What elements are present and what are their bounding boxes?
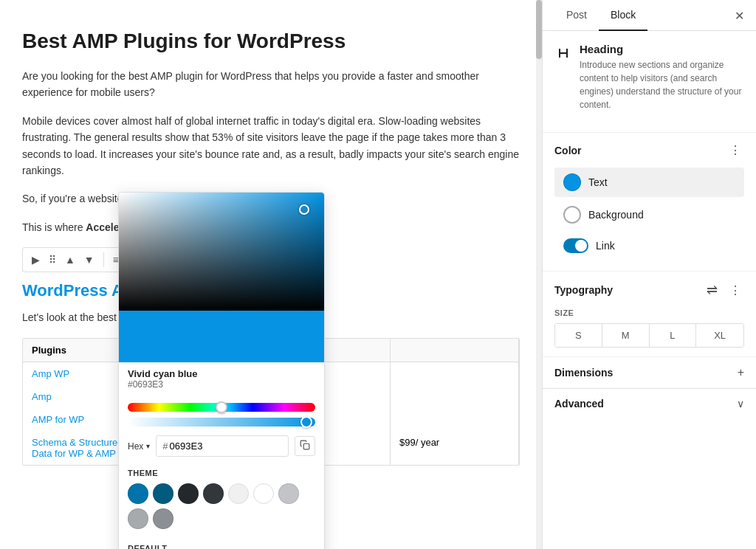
table-link-schema[interactable]: Schema & Structured Data for WP & AMP [32, 437, 123, 459]
opacity-slider[interactable] [128, 418, 315, 427]
text-color-label: Text [588, 176, 608, 188]
opacity-handle[interactable] [300, 416, 312, 428]
table-link-ampwp[interactable]: Amp WP [32, 368, 69, 379]
dimensions-title: Dimensions [554, 367, 613, 379]
paragraph-2: Mobile devices cover almost half of glob… [22, 113, 520, 179]
background-color-circle [563, 206, 581, 224]
default-label: DEFAULT [128, 544, 315, 549]
size-xl-button[interactable]: XL [696, 324, 743, 347]
table-price: $99/ year [391, 431, 519, 465]
block-title: Heading [580, 43, 744, 55]
swatch-info: Vivid cyan blue #0693E3 [119, 362, 324, 396]
swatch-name: Vivid cyan blue [128, 368, 315, 379]
hex-row: Hex ▾ # [119, 429, 324, 463]
color-section-title: Color [554, 145, 582, 156]
size-label: SIZE [554, 308, 744, 317]
swatch-dark-blue[interactable] [153, 483, 173, 504]
svg-rect-0 [303, 443, 309, 449]
block-info: Heading Introduce new sections and organ… [554, 43, 744, 111]
swatch-primary-blue[interactable] [128, 483, 148, 504]
hex-hash: # [162, 441, 168, 452]
paragraph-1: Are you looking for the best AMP plugin … [22, 68, 520, 101]
sliders-container [119, 396, 324, 429]
color-swatch-preview [119, 311, 324, 362]
typography-settings-button[interactable]: ⇌ [704, 280, 721, 300]
toolbar-move-down[interactable]: ▼ [81, 251, 97, 269]
swatch-light-gray[interactable] [228, 483, 249, 504]
hue-slider[interactable] [128, 403, 315, 412]
scroll-thumb[interactable] [536, 0, 542, 59]
table-cell [391, 385, 519, 408]
theme-label: THEME [128, 469, 315, 477]
typography-controls: ⇌ ⋮ [704, 280, 744, 300]
color-option-link[interactable]: Link [554, 232, 744, 259]
swatch-white[interactable] [253, 483, 274, 504]
size-options-grid: S M L XL [554, 323, 744, 348]
size-l-button[interactable]: L [650, 324, 697, 347]
link-toggle[interactable] [563, 238, 588, 253]
swatch-med-gray3[interactable] [153, 508, 173, 529]
color-option-text[interactable]: Text [554, 168, 744, 197]
swatch-near-black[interactable] [178, 483, 199, 504]
table-cell [391, 362, 519, 385]
right-sidebar: Post Block ✕ Heading Introduce new secti… [542, 0, 756, 549]
default-colors-section: DEFAULT [119, 538, 324, 549]
advanced-section[interactable]: Advanced ∨ [543, 388, 756, 418]
color-gradient-picker[interactable] [119, 193, 324, 311]
advanced-title: Advanced [554, 398, 604, 410]
block-description: Introduce new sections and organize cont… [580, 58, 744, 111]
size-s-button[interactable]: S [555, 324, 602, 347]
table-link-ampforwp[interactable]: AMP for WP [32, 414, 84, 425]
color-more-button[interactable]: ⋮ [726, 142, 744, 159]
theme-colors-section: THEME [119, 463, 324, 538]
swatch-hex-display: #0693E3 [128, 379, 315, 390]
gradient-handle[interactable] [299, 204, 309, 215]
toolbar-block-type[interactable]: ▶ [29, 251, 43, 269]
text-color-circle [563, 173, 581, 191]
sidebar-tabs: Post Block ✕ [543, 0, 756, 31]
hue-handle[interactable] [216, 401, 227, 413]
theme-swatches [128, 483, 315, 529]
background-color-label: Background [588, 209, 644, 221]
heading-block-icon [554, 44, 572, 62]
block-text-info: Heading Introduce new sections and organ… [580, 43, 744, 111]
table-header-plugins: Plugins [23, 339, 134, 362]
color-section-header: Color ⋮ [543, 133, 756, 168]
color-options-list: Text Background Link [543, 168, 756, 271]
hex-input[interactable] [170, 441, 221, 452]
scroll-track[interactable] [536, 0, 542, 549]
color-section: Color ⋮ Text Background Link [543, 133, 756, 271]
table-cell [391, 408, 519, 431]
toolbar-divider [103, 252, 104, 267]
table-link-amp[interactable]: Amp [32, 391, 52, 402]
swatch-dark-gray[interactable] [203, 483, 224, 504]
advanced-chevron-icon: ∨ [737, 398, 744, 410]
main-content: Best AMP Plugins for WordPress Are you l… [0, 0, 542, 549]
hex-input-container: # [156, 435, 289, 457]
copy-hex-button[interactable] [295, 436, 315, 456]
dimensions-expand-icon: + [738, 366, 744, 379]
typography-size-area: SIZE S M L XL [543, 308, 756, 356]
color-picker-overlay: Vivid cyan blue #0693E3 Hex ▾ # [118, 192, 325, 549]
typography-section-header: Typography ⇌ ⋮ [543, 272, 756, 308]
color-option-background[interactable]: Background [554, 200, 744, 229]
typography-title: Typography [554, 284, 613, 296]
toolbar-move-up[interactable]: ▲ [62, 251, 78, 269]
size-m-button[interactable]: M [602, 324, 650, 347]
block-info-section: Heading Introduce new sections and organ… [543, 31, 756, 133]
page-title: Best AMP Plugins for WordPress [22, 30, 520, 53]
hex-format-select[interactable]: Hex ▾ [128, 441, 150, 452]
link-toggle-knob [575, 240, 587, 252]
swatch-med-gray1[interactable] [278, 483, 299, 504]
toolbar-drag[interactable]: ⠿ [46, 251, 59, 269]
typography-section: Typography ⇌ ⋮ SIZE S M L XL [543, 271, 756, 356]
tab-block[interactable]: Block [599, 0, 647, 31]
close-sidebar-button[interactable]: ✕ [732, 5, 747, 25]
link-color-label: Link [596, 240, 615, 252]
dimensions-section[interactable]: Dimensions + [543, 356, 756, 388]
typography-more-button[interactable]: ⋮ [726, 282, 744, 299]
tab-post[interactable]: Post [554, 0, 599, 31]
swatch-med-gray2[interactable] [128, 508, 148, 529]
table-header-col4 [391, 339, 519, 362]
